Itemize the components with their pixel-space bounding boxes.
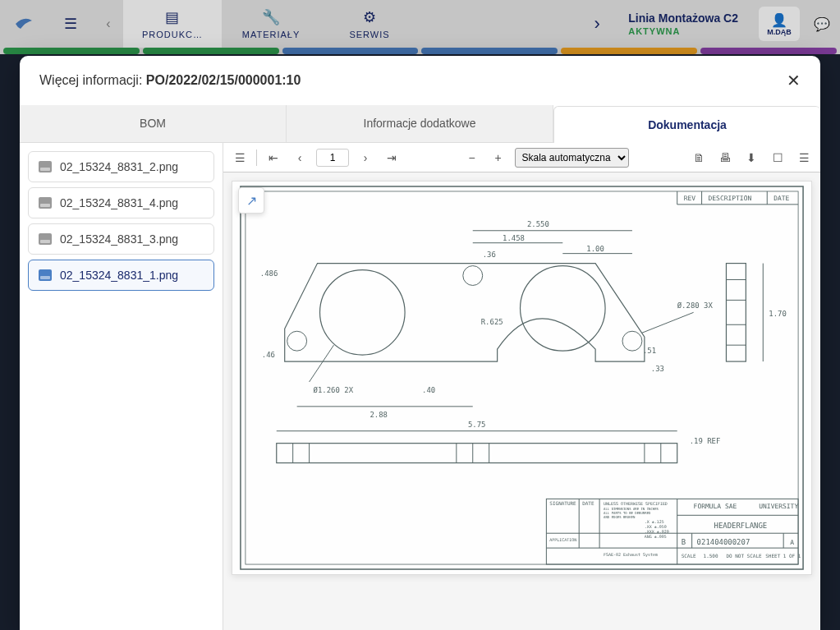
svg-text:DATE: DATE	[773, 195, 789, 202]
svg-text:SHEET 1 OF 1: SHEET 1 OF 1	[765, 553, 801, 559]
image-icon	[39, 197, 52, 209]
svg-text:.51: .51	[643, 347, 656, 355]
file-list: 02_15324_8831_2.png 02_15324_8831_4.png …	[20, 143, 223, 630]
svg-text:1.00: 1.00	[586, 245, 604, 253]
svg-line-39	[642, 312, 694, 333]
sidebar-toggle-icon[interactable]: ☰	[230, 148, 250, 168]
image-icon	[39, 269, 52, 281]
image-icon	[39, 161, 52, 172]
print-icon[interactable]: 🖶	[715, 148, 735, 168]
open-file-icon[interactable]: 🗎	[689, 148, 709, 168]
svg-text:.33: .33	[651, 365, 664, 373]
download-icon[interactable]: ⬇	[741, 148, 761, 168]
next-page-icon[interactable]: ›	[356, 148, 375, 168]
svg-text:HEADERFLANGE: HEADERFLANGE	[714, 522, 768, 530]
page-number-input[interactable]	[316, 149, 349, 167]
first-page-icon[interactable]: ⇤	[264, 148, 283, 168]
svg-text:UNIVERSITY: UNIVERSITY	[759, 503, 798, 510]
svg-text:A: A	[790, 539, 794, 546]
engineering-drawing: REV DESCRIPTION DATE	[232, 181, 812, 575]
svg-point-9	[320, 270, 406, 356]
svg-text:SCALE: SCALE	[682, 553, 696, 559]
svg-rect-0	[241, 186, 803, 569]
svg-rect-14	[726, 264, 746, 361]
svg-text:.19 REF: .19 REF	[690, 437, 721, 445]
last-page-icon[interactable]: ⇥	[382, 148, 402, 168]
document-viewer: ☰ ⇤ ‹ › ⇥ − + Skala automatyczna 🗎 🖶 ⬇ ☐…	[223, 143, 820, 630]
svg-text:FSAE-02 Exhaust System: FSAE-02 Exhaust System	[604, 552, 658, 558]
bookmark-icon[interactable]: ☐	[768, 148, 787, 168]
svg-text:REV: REV	[684, 195, 696, 202]
file-name: 02_15324_8831_4.png	[60, 196, 178, 209]
svg-rect-19	[277, 444, 677, 463]
svg-text:2.550: 2.550	[527, 220, 549, 228]
file-item[interactable]: 02_15324_8831_2.png	[28, 151, 214, 182]
svg-text:.46: .46	[262, 351, 275, 359]
svg-text:SIGNATURE: SIGNATURE	[549, 500, 576, 506]
svg-text:AND EDGES BROKEN: AND EDGES BROKEN	[604, 515, 636, 519]
file-name: 02_15324_8831_3.png	[60, 232, 178, 246]
file-item[interactable]: 02_15324_8831_1.png	[28, 260, 214, 291]
tab-dokumentacja[interactable]: Dokumentacja	[553, 106, 820, 143]
svg-point-12	[622, 331, 642, 351]
svg-line-41	[310, 345, 334, 382]
svg-text:FORMULA SAE: FORMULA SAE	[694, 503, 737, 510]
svg-text:2.88: 2.88	[370, 411, 388, 419]
zoom-in-icon[interactable]: +	[489, 148, 508, 168]
svg-text:DESCRIPTION: DESCRIPTION	[709, 195, 752, 202]
close-icon[interactable]: ✕	[787, 71, 801, 90]
more-tools-icon[interactable]: ☰	[794, 148, 814, 168]
viewer-toolbar: ☰ ⇤ ‹ › ⇥ − + Skala automatyczna 🗎 🖶 ⬇ ☐…	[223, 143, 820, 172]
tab-info-dodatkowe[interactable]: Informacje dodatkowe	[287, 105, 553, 142]
svg-text:DO NOT SCALE: DO NOT SCALE	[726, 553, 762, 559]
svg-text:1.458: 1.458	[503, 234, 525, 242]
prev-page-icon[interactable]: ‹	[290, 148, 310, 168]
file-item[interactable]: 02_15324_8831_4.png	[28, 187, 214, 218]
svg-text:APPLICATION: APPLICATION	[549, 537, 576, 542]
zoom-out-icon[interactable]: −	[462, 148, 482, 168]
viewer-canvas[interactable]: ↗ REV DESCRIPTION DATE	[223, 172, 820, 630]
modal-title: Więcej informacji: PO/2022/02/15/000001:…	[39, 73, 301, 88]
svg-point-11	[287, 331, 307, 351]
svg-text:1.70: 1.70	[769, 310, 787, 318]
svg-text:Ø1.260 2X: Ø1.260 2X	[314, 386, 354, 394]
modal-header: Więcej informacji: PO/2022/02/15/000001:…	[20, 56, 820, 105]
svg-point-13	[463, 266, 483, 286]
svg-text:R.625: R.625	[481, 318, 503, 326]
svg-text:.36: .36	[483, 251, 496, 259]
svg-text:B: B	[682, 538, 686, 546]
svg-text:5.75: 5.75	[468, 421, 486, 429]
svg-text:Ø.280 3X: Ø.280 3X	[677, 301, 714, 310]
modal-tabs: BOM Informacje dodatkowe Dokumentacja	[20, 105, 820, 142]
more-info-modal: Więcej informacji: PO/2022/02/15/000001:…	[20, 56, 820, 630]
tab-bom[interactable]: BOM	[20, 105, 287, 142]
svg-text:.40: .40	[422, 386, 435, 394]
svg-text:UNLESS OTHERWISE SPECIFIED: UNLESS OTHERWISE SPECIFIED	[604, 501, 668, 506]
file-item[interactable]: 02_15324_8831_3.png	[28, 223, 214, 255]
svg-point-10	[521, 266, 606, 352]
svg-text:ANG ±.005: ANG ±.005	[645, 534, 667, 539]
open-external-icon[interactable]: ↗	[238, 187, 264, 214]
file-name: 02_15324_8831_1.png	[60, 269, 178, 282]
svg-text:DATE: DATE	[582, 500, 594, 506]
zoom-select[interactable]: Skala automatyczna	[515, 148, 629, 168]
svg-text:.486: .486	[260, 269, 278, 278]
svg-text:1.500: 1.500	[704, 553, 718, 559]
image-icon	[39, 233, 52, 245]
file-name: 02_15324_8831_2.png	[60, 160, 178, 173]
svg-text:021404000207: 021404000207	[697, 538, 750, 546]
